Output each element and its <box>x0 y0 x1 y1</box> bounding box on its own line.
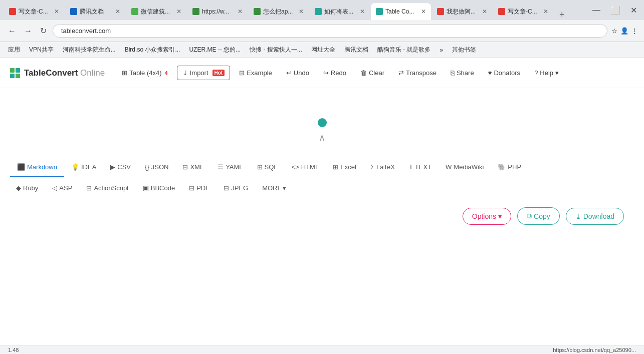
table-button[interactable]: ⊞ Table (4x4) 4 <box>117 66 172 80</box>
bookmark-item-1[interactable]: VPN共享 <box>25 44 58 56</box>
output-tab-csv[interactable]: ▶CSV <box>103 158 138 177</box>
transpose-button[interactable]: ⇄ Transpose <box>393 66 442 80</box>
more-tabs-button[interactable]: MORE▾ <box>256 181 292 195</box>
output-tab-excel[interactable]: ⊞Excel <box>326 158 363 177</box>
tab-label: YAML <box>226 163 243 171</box>
profile-icon[interactable]: 👤 <box>620 27 628 35</box>
tab-favicon <box>498 8 505 15</box>
collapse-icon[interactable]: ∧ <box>319 132 325 143</box>
browser-tab-tab-5[interactable]: 怎么把ap... ✕ <box>249 3 309 20</box>
bookmark-item-0[interactable]: 应用 <box>4 44 24 56</box>
redo-button[interactable]: ↪ Redo <box>318 66 351 80</box>
browser-tab-tab-2[interactable]: 腾讯文档 ✕ <box>65 3 125 20</box>
tab-close-button[interactable]: ✕ <box>238 8 243 15</box>
tab-close-button[interactable]: ✕ <box>360 8 365 15</box>
browser-tab-tab-3[interactable]: 微信建筑... ✕ <box>126 3 186 20</box>
address-input[interactable] <box>53 24 607 38</box>
import-button[interactable]: ⤓ Import Hot <box>177 66 231 80</box>
undo-button[interactable]: ↩ Undo <box>281 66 314 80</box>
output-tab-markdown[interactable]: ⬛Markdown <box>10 158 64 177</box>
redo-label: Redo <box>331 69 346 77</box>
tab-favicon <box>437 8 444 15</box>
bookmark-item-7[interactable]: 腾讯文档 <box>340 44 372 56</box>
output-tab2-ruby[interactable]: ◆Ruby <box>10 181 44 195</box>
top-nav: TableConvert Online ⊞ Table (4x4) 4 ⤓ Im… <box>0 58 644 88</box>
output-tab-php[interactable]: 🐘PHP <box>491 158 528 177</box>
output-tab-idea[interactable]: 💡IDEA <box>64 158 103 177</box>
browser-tab-tab-4[interactable]: https://w... ✕ <box>187 3 248 20</box>
bookmark-label: 网址大全 <box>311 46 335 54</box>
tab-close-button[interactable]: ✕ <box>299 8 304 15</box>
tab-close-button[interactable]: ✕ <box>421 8 426 15</box>
tab-label: 如何将表... <box>324 8 357 16</box>
tab-label: MediaWiki <box>454 163 484 171</box>
tab-label: JSON <box>151 163 169 171</box>
bookmark-item-6[interactable]: 网址大全 <box>307 44 339 56</box>
output-tab2-jpeg[interactable]: ⊟JPEG <box>218 181 254 195</box>
bookmark-label: VPN共享 <box>29 46 54 54</box>
output-tab-mediawiki[interactable]: WMediaWiki <box>439 158 491 177</box>
browser-tab-tab-7[interactable]: Table Co... ✕ <box>371 3 431 20</box>
table-icon: ⊞ <box>122 69 127 77</box>
bookmark-item-2[interactable]: 河南科技学院生命... <box>59 44 120 56</box>
import-label: Import <box>190 69 208 77</box>
minimize-button[interactable]: — <box>589 5 603 16</box>
options-chevron-icon: ▾ <box>498 212 502 220</box>
tab-label: PHP <box>508 163 521 171</box>
maximize-button[interactable]: ⬜ <box>607 5 623 16</box>
tab-label: 写文章-C... <box>508 8 540 16</box>
bookmark-item-8[interactable]: 酷狗音乐 - 就是歌多 <box>373 44 435 56</box>
bookmark-item-5[interactable]: 快搜 - 搜索快人一... <box>246 44 306 56</box>
tab-icon: ⊟ <box>182 163 188 171</box>
tab-close-button[interactable]: ✕ <box>176 8 181 15</box>
tab-close-button[interactable]: ✕ <box>54 8 59 15</box>
output-tab-json[interactable]: {}JSON <box>138 158 175 177</box>
bookmark-item-10[interactable]: 其他书签 <box>448 44 480 56</box>
options-button[interactable]: Options ▾ <box>463 208 511 225</box>
output-tab-sql[interactable]: ⊞SQL <box>250 158 285 177</box>
help-button[interactable]: ? Help ▾ <box>529 66 564 80</box>
bookmark-item-9[interactable]: » <box>436 45 447 55</box>
output-tab-text[interactable]: TTEXT <box>402 158 439 177</box>
close-button[interactable]: ✕ <box>627 5 640 16</box>
example-button[interactable]: ⊟ Example <box>234 66 277 80</box>
share-button[interactable]: ⎘ Share <box>446 66 479 80</box>
tab-icon: Σ <box>370 163 374 171</box>
browser-tab-tab-1[interactable]: 写文章-C... ✕ <box>4 3 64 20</box>
clear-button[interactable]: 🗑 Clear <box>355 66 389 80</box>
bookmark-item-3[interactable]: Bird.so 小众搜索引... <box>121 44 184 56</box>
tab-close-button[interactable]: ✕ <box>543 8 548 15</box>
output-tab-xml[interactable]: ⊟XML <box>175 158 210 177</box>
copy-button[interactable]: ⧉ Copy <box>517 207 560 225</box>
output-tab2-asp[interactable]: ◁ASP <box>46 181 78 195</box>
bookmark-label: Bird.so 小众搜索引... <box>125 46 180 54</box>
window-controls: — ⬜ ✕ <box>589 5 640 19</box>
tab-close-button[interactable]: ✕ <box>115 8 120 15</box>
output-tab-yaml[interactable]: ☰YAML <box>210 158 250 177</box>
output-tab2-bbcode[interactable]: ▣BBCode <box>137 181 181 195</box>
help-icon: ? <box>534 69 538 77</box>
output-tab2-pdf[interactable]: ⊟PDF <box>183 181 216 195</box>
output-tab-html[interactable]: <>HTML <box>285 158 326 177</box>
new-tab-button[interactable]: + <box>555 10 569 20</box>
menu-icon[interactable]: ⋮ <box>631 27 638 35</box>
example-icon: ⊟ <box>239 69 245 77</box>
forward-button[interactable]: → <box>22 25 34 38</box>
browser-tab-tab-6[interactable]: 如何将表... ✕ <box>310 3 370 20</box>
back-button[interactable]: ← <box>6 25 18 38</box>
bookmark-icon[interactable]: ☆ <box>611 27 617 35</box>
tab-label: 微信建筑... <box>141 8 173 16</box>
tab-label: CSV <box>117 163 131 171</box>
tab-close-button[interactable]: ✕ <box>482 8 487 15</box>
tab-label: https://w... <box>202 8 235 15</box>
output-tab2-actionscript[interactable]: ⊟ActionScript <box>80 181 134 195</box>
browser-tab-tab-8[interactable]: 我想做阿... ✕ <box>432 3 492 20</box>
tab-icon: 💡 <box>71 163 79 171</box>
bookmark-item-4[interactable]: UZER.ME -- 您的... <box>185 44 245 56</box>
download-button[interactable]: ⤓ Download <box>566 208 624 225</box>
donators-label: Donators <box>494 69 520 77</box>
reload-button[interactable]: ↻ <box>38 24 49 38</box>
output-tab-latex[interactable]: ΣLaTeX <box>363 158 402 177</box>
browser-tab-tab-9[interactable]: 写文章-C... ✕ <box>493 3 553 20</box>
donators-button[interactable]: ♥ Donators <box>483 66 525 80</box>
